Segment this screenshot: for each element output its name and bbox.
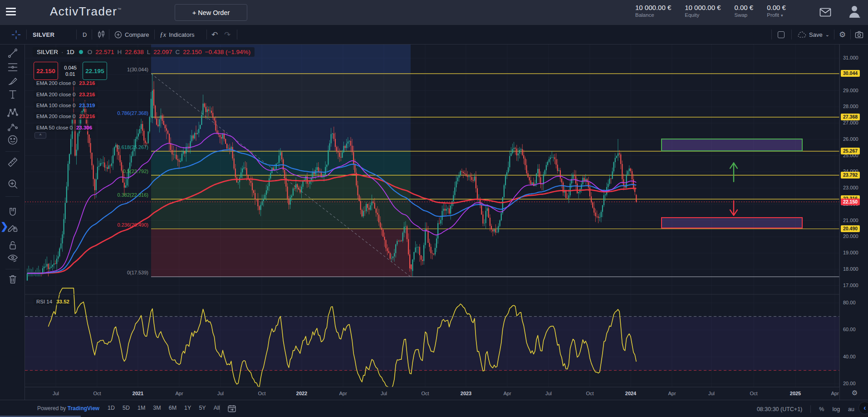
range-1m[interactable]: 1M	[137, 405, 145, 411]
time-tick-jul[interactable]: Jul	[545, 391, 552, 396]
settings-gear-icon[interactable]: ⚙	[839, 25, 846, 44]
range-3m[interactable]: 3M	[153, 405, 161, 411]
time-tick-2023[interactable]: 2023	[461, 391, 471, 396]
stat-value: 0.00 €	[735, 4, 754, 11]
time-tick-apr[interactable]: Apr	[503, 391, 511, 396]
lock-all-icon[interactable]	[7, 239, 19, 251]
range-5d[interactable]: 5D	[123, 405, 130, 411]
time-tick-2022[interactable]: 2022	[296, 391, 307, 396]
range-1d[interactable]: 1D	[108, 405, 115, 411]
hide-drawings-icon[interactable]	[7, 252, 19, 264]
indicator-row[interactable]: EMA 200 close 023.216	[34, 112, 98, 120]
indicator-row[interactable]: EMA 200 close 023.216	[34, 90, 98, 98]
chart-canvas[interactable]	[0, 0, 868, 417]
xabcd-pattern-icon[interactable]	[7, 107, 19, 119]
rsi-tick: 40.00	[843, 354, 856, 359]
fib-level-label: 0.382(22.316)	[118, 192, 149, 198]
redo-icon[interactable]: ↷	[224, 25, 230, 44]
indicator-name: EMA 200 close 0	[36, 92, 75, 97]
zoom-in-icon[interactable]	[7, 178, 19, 190]
time-tick-jul[interactable]: Jul	[708, 391, 715, 396]
fib-retracement-icon[interactable]	[7, 61, 19, 73]
time-tick-apr[interactable]: Apr	[339, 391, 347, 396]
symbol-button[interactable]: SILVER	[33, 25, 54, 44]
time-tick-2021[interactable]: 2021	[132, 391, 143, 396]
fib-level-label: 0.618(25.267)	[118, 144, 149, 150]
chart-legend[interactable]: SILVER · 1D O 22.571 H 22.638 L 22.097 C…	[33, 47, 255, 57]
trend-line-icon[interactable]	[7, 47, 19, 59]
range-1y[interactable]: 1Y	[184, 405, 191, 411]
layout-select-button[interactable]	[778, 25, 785, 44]
brush-icon[interactable]	[7, 75, 19, 87]
time-tick-2024[interactable]: 2024	[625, 391, 636, 396]
buy-button[interactable]: 22.195	[83, 62, 107, 80]
legend-collapse-button[interactable]: ^	[34, 132, 46, 139]
ruler-icon[interactable]	[7, 156, 19, 168]
interval-button[interactable]: D	[83, 25, 87, 44]
rsi-legend[interactable]: RSI 14 33.52	[34, 298, 72, 305]
time-tick-2025[interactable]: 2025	[790, 391, 801, 396]
chart-style-icon[interactable]	[97, 25, 105, 44]
spread-box: 0.045 0.01	[60, 62, 80, 80]
menu-icon[interactable]	[6, 8, 16, 16]
new-order-button[interactable]: + New Order	[175, 4, 247, 21]
indicator-row[interactable]: EMA 50 close 023.306	[34, 124, 95, 131]
range-5y[interactable]: 5Y	[199, 405, 206, 411]
time-tick-oct[interactable]: Oct	[750, 391, 757, 396]
fib-price-badge: 25.267	[841, 148, 860, 154]
price-tick: 31.000	[843, 55, 858, 60]
time-tick-oct[interactable]: Oct	[586, 391, 593, 396]
indicator-value: 23.216	[79, 92, 95, 97]
activtrader-app: 1(30.044)0.786(27.368)0.618(25.267)0.5(2…	[0, 0, 868, 417]
undo-icon[interactable]: ↶	[211, 25, 218, 44]
indicator-row[interactable]: EMA 100 close 023.319	[34, 101, 98, 109]
user-avatar-icon[interactable]	[848, 4, 861, 20]
auto-scale-button[interactable]: au	[848, 406, 854, 412]
profit-caret-icon[interactable]: ▾	[781, 13, 783, 18]
remove-drawings-icon[interactable]	[7, 273, 19, 285]
crosshair-mode-icon[interactable]	[11, 25, 21, 44]
time-tick-oct[interactable]: Oct	[258, 391, 265, 396]
range-6m[interactable]: 6M	[169, 405, 177, 411]
watchlist-expand-chevron[interactable]: ❯	[0, 221, 9, 232]
go-to-date-icon[interactable]	[228, 405, 236, 414]
collapse-panel-chevron[interactable]: ‹	[858, 402, 868, 414]
time-tick-oct[interactable]: Oct	[421, 391, 429, 396]
indicator-value: 23.216	[79, 80, 95, 86]
time-axis[interactable]: JulOct2021AprJulOct2022AprJulOct2023AprJ…	[25, 387, 839, 400]
screenshot-camera-icon[interactable]	[855, 25, 863, 44]
emoji-icon[interactable]	[7, 134, 19, 146]
time-axis-gear-icon[interactable]: ⚙	[852, 389, 858, 397]
time-tick-jul[interactable]: Jul	[381, 391, 387, 396]
layout-square-icon	[778, 31, 785, 38]
compare-button[interactable]: Compare	[114, 25, 149, 44]
indicators-button[interactable]: ƒx Indicators	[160, 25, 195, 44]
account-stat-profit: 0.00 €Profit▾	[767, 4, 786, 18]
forecast-icon[interactable]	[7, 121, 19, 133]
stat-label: Balance	[635, 12, 671, 18]
time-tick-apr[interactable]: Apr	[831, 391, 839, 396]
fib-level-label: 0.786(27.368)	[118, 110, 149, 116]
save-button[interactable]: Save ⌄	[797, 25, 829, 44]
powered-by: Powered by TradingView	[37, 405, 99, 412]
indicator-row[interactable]: EMA 200 close 023.216	[34, 79, 98, 87]
fib-price-badge: 20.490	[841, 225, 860, 232]
save-label: Save	[809, 31, 823, 38]
tradingview-link[interactable]: TradingView	[68, 405, 99, 412]
sell-button[interactable]: 22.150	[34, 62, 58, 80]
text-icon[interactable]	[7, 89, 19, 100]
time-tick-oct[interactable]: Oct	[93, 391, 101, 396]
stat-value: 10 000.00 €	[685, 4, 721, 11]
time-tick-apr[interactable]: Apr	[175, 391, 183, 396]
indicator-value: 23.319	[79, 103, 95, 108]
time-tick-jul[interactable]: Jul	[217, 391, 224, 396]
clock-label[interactable]: 08:30:30 (UTC+1)	[757, 406, 802, 412]
time-tick-jul[interactable]: Jul	[53, 391, 59, 396]
mail-icon[interactable]	[819, 7, 831, 19]
price-axis[interactable]: 31.00030.00029.00028.00027.00026.00025.0…	[839, 45, 868, 400]
percent-scale-button[interactable]: %	[819, 406, 824, 412]
log-scale-button[interactable]: log	[832, 406, 840, 412]
magnet-icon[interactable]	[7, 207, 19, 218]
time-tick-apr[interactable]: Apr	[668, 391, 676, 396]
range-all[interactable]: All	[214, 405, 220, 411]
